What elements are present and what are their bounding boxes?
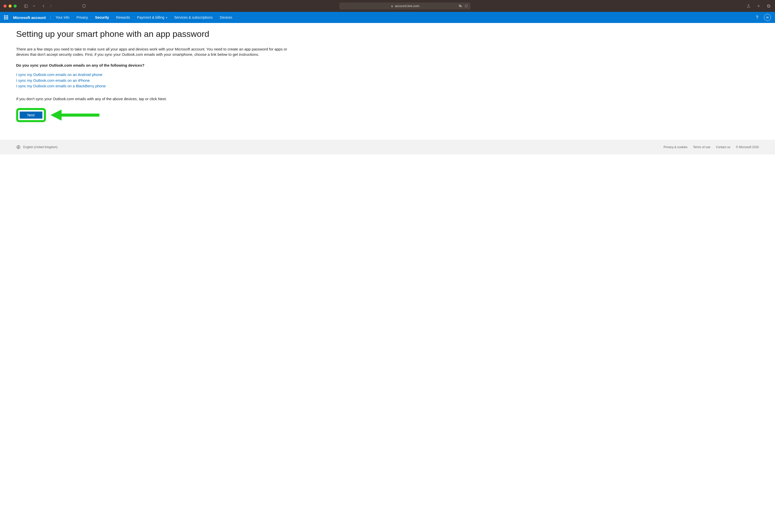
shield-icon[interactable] <box>81 3 87 9</box>
address-bar[interactable]: account.live.com <box>339 3 471 10</box>
lock-icon <box>391 5 394 8</box>
back-icon[interactable] <box>41 3 46 9</box>
browser-toolbar: account.live.com <box>0 0 775 12</box>
help-icon[interactable]: ? <box>756 15 758 20</box>
chevron-down-icon: ▾ <box>166 16 167 19</box>
window-controls <box>4 5 17 8</box>
svg-rect-4 <box>460 5 462 7</box>
footer-link-privacy[interactable]: Privacy & cookies <box>664 145 687 149</box>
new-tab-icon[interactable] <box>756 3 761 9</box>
link-sync-iphone[interactable]: I sync my Outlook.com emails on an iPhon… <box>16 78 299 83</box>
tabs-overview-icon[interactable] <box>766 3 771 9</box>
nav-tabs: Your info Privacy Security Rewards Payme… <box>52 12 236 23</box>
maximize-window-icon[interactable] <box>14 5 17 8</box>
forward-icon[interactable] <box>48 3 53 9</box>
microsoft-nav: Microsoft account Your info Privacy Secu… <box>0 12 775 23</box>
locale-link[interactable]: English (United Kingdom) <box>23 145 57 149</box>
svg-rect-5 <box>768 5 770 7</box>
svg-rect-2 <box>391 6 393 7</box>
tab-dropdown-icon[interactable] <box>31 3 37 9</box>
tab-devices[interactable]: Devices <box>216 12 236 23</box>
device-sync-links: I sync my Outlook.com emails on an Andro… <box>16 72 299 89</box>
tab-your-info[interactable]: Your info <box>52 12 73 23</box>
app-launcher-icon[interactable] <box>4 15 8 19</box>
tab-rewards[interactable]: Rewards <box>112 12 133 23</box>
share-icon[interactable] <box>746 3 751 9</box>
main-content: Setting up your smart phone with an app … <box>0 23 315 135</box>
footer-link-terms[interactable]: Terms of use <box>693 145 710 149</box>
minimize-window-icon[interactable] <box>9 5 12 8</box>
svg-rect-6 <box>767 5 770 7</box>
svg-rect-0 <box>24 5 27 7</box>
copyright-text: © Microsoft 2020 <box>736 145 759 149</box>
tab-security[interactable]: Security <box>92 12 112 23</box>
tab-payment-billing[interactable]: Payment & billing ▾ <box>133 12 170 23</box>
page-footer: English (United Kingdom) Privacy & cooki… <box>0 140 775 154</box>
tab-services-subscriptions[interactable]: Services & subscriptions <box>171 12 216 23</box>
close-window-icon[interactable] <box>4 5 7 8</box>
sync-question: Do you sync your Outlook.com emails on a… <box>16 63 299 67</box>
next-button[interactable]: Next <box>20 111 42 119</box>
link-sync-android[interactable]: I sync my Outlook.com emails on an Andro… <box>16 72 299 78</box>
footer-link-contact[interactable]: Contact us <box>716 145 730 149</box>
page-title: Setting up your smart phone with an app … <box>16 29 299 39</box>
annotation-highlight-box: Next <box>16 108 46 122</box>
reload-icon[interactable] <box>465 4 468 8</box>
link-sync-blackberry[interactable]: I sync my Outlook.com emails on a BlackB… <box>16 83 299 89</box>
avatar[interactable]: AI <box>764 14 771 21</box>
tab-privacy[interactable]: Privacy <box>73 12 92 23</box>
intro-text: There are a few steps you need to take t… <box>16 46 299 57</box>
sidebar-toggle-icon[interactable] <box>23 3 29 9</box>
translate-icon[interactable] <box>459 4 463 8</box>
next-button-highlight: Next <box>16 108 46 122</box>
brand-label[interactable]: Microsoft account <box>13 15 50 20</box>
page-url: account.live.com <box>395 4 420 8</box>
no-sync-hint: If you don't sync your Outlook.com email… <box>16 97 299 101</box>
annotation-arrow-icon <box>49 107 99 123</box>
globe-icon <box>16 145 21 149</box>
